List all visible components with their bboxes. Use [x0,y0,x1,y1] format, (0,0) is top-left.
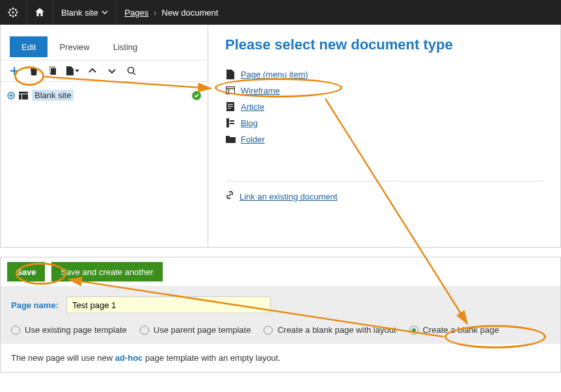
site-icon [19,92,28,99]
svg-point-2 [12,16,14,18]
right-panel: Please select new document type Page (me… [208,25,560,247]
breadcrumb-pages[interactable]: Pages [124,8,148,18]
move-up-button[interactable] [83,61,102,81]
svg-point-1 [12,8,14,10]
radio-icon [140,326,149,335]
svg-point-3 [8,12,10,14]
radio-parent-label: Use parent page template [154,325,251,335]
note-text-pre: The new page will use new [11,353,115,363]
radio-parent-template[interactable]: Use parent page template [140,325,251,335]
svg-point-8 [15,14,17,16]
left-panel: Edit Preview Listing [1,25,208,247]
move-down-button[interactable] [102,61,122,81]
home-icon[interactable] [27,0,53,25]
tab-preview[interactable]: Preview [48,36,101,57]
svg-point-5 [9,8,11,10]
svg-rect-14 [19,94,21,99]
mode-tabs: Edit Preview Listing [10,34,208,57]
tree-root-row[interactable]: Blank site [7,90,201,101]
radio-icon [264,326,273,335]
doctype-page-link[interactable]: Page (menu item) [241,70,308,79]
doc-dropdown[interactable] [63,61,83,81]
doctype-article-link[interactable]: Article [241,102,264,112]
svg-point-7 [9,14,11,16]
page-form: Save Save and create another Page name: … [0,257,561,372]
link-existing-row[interactable]: Link an existing document [225,190,543,202]
blog-icon [225,118,236,128]
page-tree: Blank site [1,82,208,109]
page-icon [225,69,236,79]
search-icon [127,66,136,75]
delete-button[interactable] [24,61,44,81]
tree-root-label: Blank site [32,90,74,101]
svg-rect-17 [226,87,235,94]
plus-icon [10,66,19,75]
tab-listing[interactable]: Listing [102,36,150,57]
divider [225,181,543,181]
svg-rect-22 [228,106,233,107]
doctype-blog[interactable]: Blog [225,118,543,128]
search-button[interactable] [122,61,141,81]
link-existing-link[interactable]: Link an existing document [239,192,337,202]
folder-icon [225,134,236,144]
radio-blank-with-layout[interactable]: Create a blank page with layout [264,325,396,335]
wireframe-icon [225,85,236,96]
doctype-article[interactable]: Article [225,101,543,112]
svg-rect-21 [228,104,233,105]
tree-toolbar [1,60,208,82]
page-name-label: Page name: [11,300,59,310]
chevron-up-icon [89,68,96,73]
template-radios: Use existing page template Use parent pa… [11,325,550,335]
radio-blank-label: Create a blank page [423,325,499,335]
svg-point-6 [15,8,17,10]
copy-button[interactable] [44,61,63,81]
svg-point-4 [16,12,18,14]
page-title: Please select new document type [225,36,543,53]
doctype-wireframe[interactable]: Wireframe [225,85,543,96]
tab-edit[interactable]: Edit [10,36,48,57]
radio-blank-layout-label: Create a blank page with layout [277,325,396,335]
site-name: Blank site [61,8,98,18]
main-split: Edit Preview Listing [0,25,561,248]
form-note: The new page will use new ad-hoc page te… [1,344,560,372]
radio-existing-label: Use existing page template [25,325,127,335]
svg-point-11 [128,68,134,73]
svg-rect-15 [22,94,28,99]
radio-blank-page[interactable]: Create a blank page [409,325,499,335]
doctype-wireframe-link[interactable]: Wireframe [241,86,280,96]
add-button[interactable] [5,61,24,81]
svg-point-0 [12,12,14,14]
radio-icon [11,326,20,335]
trash-icon [30,66,38,75]
breadcrumb: Pages › New document [116,8,226,18]
note-text-post: page template with an empty layout. [143,353,280,363]
document-icon [66,66,74,75]
save-button[interactable]: Save [7,262,45,281]
page-name-input[interactable] [66,296,271,313]
status-ok-icon [192,91,201,102]
svg-rect-24 [226,118,229,127]
radio-existing-template[interactable]: Use existing page template [11,325,127,335]
svg-rect-13 [19,92,28,94]
app-logo-icon[interactable] [0,0,26,25]
document-type-list: Page (menu item) Wireframe Article Blog … [225,69,543,144]
save-create-another-button[interactable]: Save and create another [51,262,162,281]
top-bar: Blank site Pages › New document [0,0,561,25]
doctype-blog-link[interactable]: Blog [241,118,258,128]
chevron-down-icon [108,68,116,73]
doctype-folder[interactable]: Folder [225,134,543,144]
expand-icon [7,92,15,99]
radio-icon [409,326,418,335]
svg-rect-25 [230,120,234,122]
svg-rect-26 [230,123,234,124]
form-actions: Save Save and create another [1,257,560,286]
doctype-folder-link[interactable]: Folder [241,135,265,144]
article-icon [225,101,236,112]
form-body: Page name: Use existing page template Us… [1,286,560,344]
note-text-bold: ad-hoc [115,353,143,363]
svg-rect-23 [228,108,231,109]
chevron-right-icon: › [154,8,156,18]
copy-icon [49,66,57,75]
doctype-page[interactable]: Page (menu item) [225,69,543,79]
site-selector[interactable]: Blank site [53,0,116,25]
